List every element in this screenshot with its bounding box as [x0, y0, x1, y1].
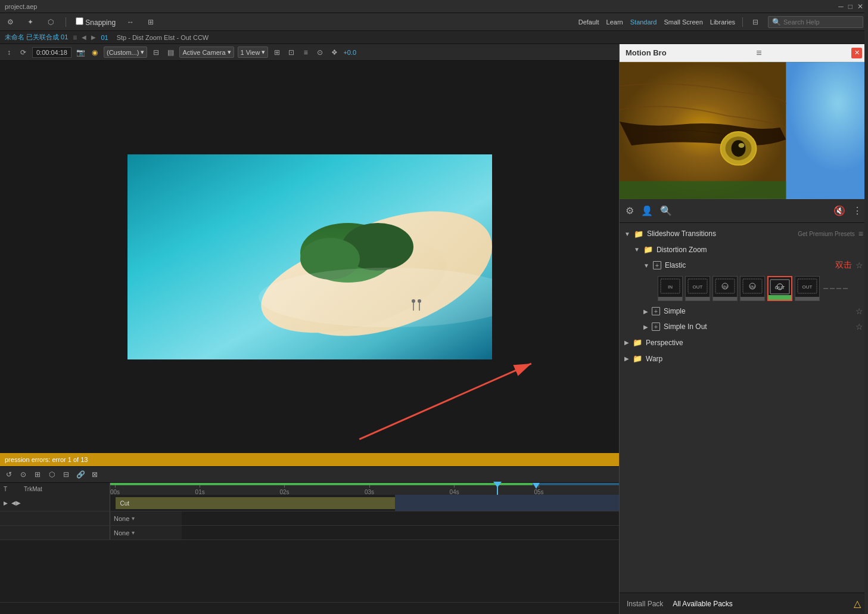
- warp-row[interactable]: ▶ 📁 Warp: [620, 351, 868, 367]
- camera-icon[interactable]: 📷: [75, 47, 86, 58]
- simple-star-icon[interactable]: ☆: [855, 306, 863, 316]
- view-icon-3[interactable]: ⊡: [286, 47, 297, 58]
- track-expand-icon[interactable]: ▶: [4, 500, 8, 506]
- simple-in-out-add-icon[interactable]: +: [652, 322, 660, 331]
- install-pack-button[interactable]: Install Pack: [627, 600, 663, 608]
- minimize-button[interactable]: ─: [838, 2, 844, 11]
- mb-menu-icon[interactable]: ≡: [756, 48, 761, 58]
- maximize-button[interactable]: □: [848, 2, 853, 11]
- preset-in2[interactable]: IN: [713, 276, 738, 301]
- empty-tracks: [0, 540, 619, 602]
- preset-out3[interactable]: OUT: [795, 276, 820, 301]
- preview-image: [127, 154, 492, 359]
- premium-label[interactable]: Get Premium Presets: [798, 231, 855, 237]
- tool-icon-2[interactable]: ✦: [25, 17, 36, 27]
- mode-libraries[interactable]: Libraries: [710, 18, 735, 26]
- menu-bar: ⚙ ✦ ⬡ Snapping ↔ ⊞ Default Learn Standar…: [0, 13, 868, 31]
- none-dropdown-2[interactable]: None ▾: [110, 526, 182, 539]
- view-dropdown[interactable]: 1 View ▾: [238, 46, 269, 58]
- elastic-star-icon[interactable]: ☆: [855, 261, 863, 270]
- simple-in-out-star-icon[interactable]: ☆: [855, 322, 863, 331]
- clip-block[interactable]: Cut: [116, 497, 396, 509]
- timeline-bottom: [0, 602, 619, 614]
- error-bar: pression errors: error 1 of 13: [0, 453, 619, 466]
- window-controls[interactable]: ─ □ ✕: [838, 2, 863, 11]
- preset-in3[interactable]: IN: [740, 276, 765, 301]
- none-row-2: None ▾: [0, 526, 619, 540]
- user-icon[interactable]: 👤: [641, 205, 653, 216]
- preset-dropdown[interactable]: (Custom...) ▾: [104, 46, 147, 58]
- tl-tool-6[interactable]: 🔗: [75, 469, 86, 480]
- comp-menu-icon[interactable]: ≡: [73, 33, 77, 42]
- work-area-bar: [110, 483, 533, 485]
- mode-learn[interactable]: Learn: [606, 18, 623, 26]
- mode-standard[interactable]: Standard: [630, 18, 657, 26]
- preset-out2-selected[interactable]: OUT: [767, 276, 792, 301]
- track-name-1: ◀▶: [11, 500, 21, 506]
- preset-out3-icon: OUT: [797, 278, 818, 294]
- tl-tool-2[interactable]: ⊙: [18, 469, 29, 480]
- tl-tool-3[interactable]: ⊞: [32, 469, 43, 480]
- more-icon[interactable]: ⋮: [853, 205, 862, 216]
- close-button[interactable]: ✕: [857, 2, 863, 11]
- simple-header[interactable]: ▶ + Simple ☆: [639, 303, 868, 319]
- timeline-ruler[interactable]: 00s 01s 02s 03s: [110, 483, 619, 495]
- slideshow-triangle-icon: ▼: [624, 231, 630, 237]
- workspace-icon[interactable]: ⊟: [750, 17, 761, 27]
- simple-in-out-header[interactable]: ▶ + Simple In Out ☆: [639, 319, 868, 334]
- mode-small[interactable]: Small Screen: [664, 18, 702, 26]
- layer-name: Stp - Dist Zoom Elst - Out CCW: [117, 34, 209, 41]
- grid-icon[interactable]: ⊞: [145, 17, 156, 27]
- tl-tool-1[interactable]: ↺: [4, 469, 14, 480]
- camera-dropdown[interactable]: Active Camera ▾: [179, 46, 234, 58]
- tl-tool-7[interactable]: ⊠: [89, 469, 100, 480]
- svg-point-17: [732, 140, 746, 157]
- color-icon[interactable]: ◉: [89, 47, 100, 58]
- elastic-header[interactable]: ▼ + Elastic 双击 ☆: [639, 257, 868, 274]
- simple-add-icon[interactable]: +: [652, 307, 660, 315]
- playhead[interactable]: [497, 483, 498, 495]
- snapping-checkbox[interactable]: [76, 17, 83, 25]
- perspective-row[interactable]: ▶ 📁 Simple In Out Perspective: [620, 334, 868, 351]
- simple-title: Simple: [664, 307, 852, 315]
- tb-icon-2[interactable]: ⟳: [18, 47, 29, 58]
- comp-arrow-left[interactable]: ◀: [82, 34, 86, 41]
- none-text-2: None: [114, 529, 129, 537]
- tl-tool-4[interactable]: ⬡: [46, 469, 57, 480]
- search-icon-mb[interactable]: 🔍: [660, 205, 672, 216]
- none-dropdown-1[interactable]: None ▾: [110, 511, 182, 525]
- res-icon[interactable]: ⊟: [151, 47, 161, 58]
- tl-tool-5[interactable]: ⊟: [61, 469, 71, 480]
- scrollbar[interactable]: [864, 0, 868, 614]
- slideshow-transitions-header[interactable]: ▼ 📁 Slideshow Transitions Get Premium Pr…: [620, 225, 868, 242]
- dash-placeholders: [823, 288, 848, 289]
- warning-icon[interactable]: △: [854, 598, 861, 609]
- right-panel: Motion Bro ≡ ✕: [619, 44, 868, 614]
- view-icon-5[interactable]: ⊙: [315, 47, 325, 58]
- mode-default[interactable]: Default: [578, 18, 599, 26]
- preview-icon[interactable]: ▤: [165, 47, 176, 58]
- preset-in1[interactable]: IN: [658, 276, 683, 301]
- add-icon[interactable]: +: [653, 261, 661, 269]
- search-input[interactable]: [783, 18, 855, 26]
- tool-icon-3[interactable]: ⬡: [45, 17, 56, 27]
- timeline-header: T TrkMat 00s 01s: [0, 483, 619, 495]
- mb-list-icon[interactable]: ≡: [858, 229, 863, 238]
- preset-out1[interactable]: OUT: [685, 276, 710, 301]
- view-icon-6[interactable]: ❖: [329, 47, 340, 58]
- slideshow-folder-icon: 📁: [634, 230, 643, 238]
- magnet-icon[interactable]: ↔: [125, 17, 136, 27]
- tool-icon-1[interactable]: ⚙: [5, 17, 15, 27]
- timeline-area: T TrkMat 00s 01s: [0, 483, 619, 614]
- tb-icon-1[interactable]: ↕: [4, 47, 14, 58]
- settings-icon[interactable]: ⚙: [626, 205, 634, 216]
- mb-close-button[interactable]: ✕: [851, 48, 862, 58]
- sound-icon[interactable]: 🔇: [833, 205, 845, 216]
- distortion-zoom-header[interactable]: ▼ 📁 Distortion Zoom: [629, 242, 868, 257]
- comp-arrow-right[interactable]: ▶: [91, 34, 96, 41]
- search-box[interactable]: 🔍: [768, 16, 863, 28]
- snapping-checkbox-label: Snapping: [76, 17, 116, 27]
- view-icon-2[interactable]: ⊞: [272, 47, 282, 58]
- all-packs-button[interactable]: All Available Packs: [673, 600, 733, 608]
- view-icon-4[interactable]: ≡: [300, 47, 311, 58]
